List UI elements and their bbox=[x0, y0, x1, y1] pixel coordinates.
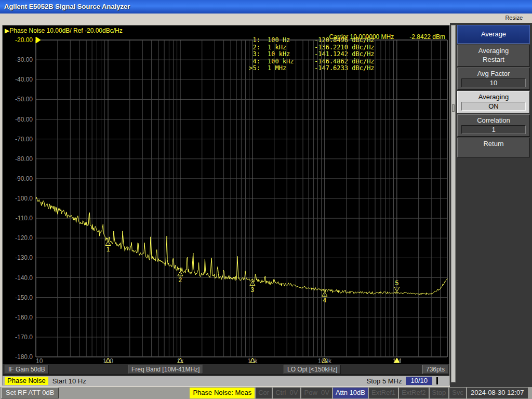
window-title-bar: Agilent E5052B Signal Source Analyzer bbox=[0, 0, 532, 14]
softkey-label: Averaging bbox=[459, 46, 528, 55]
trace-header-label: Phase Noise 10.00dB/ Ref -20.00dBc/Hz bbox=[9, 27, 122, 34]
softkey-scrollbar[interactable] bbox=[451, 25, 456, 382]
softkey-value: 10 bbox=[461, 78, 526, 87]
status-badge: ExtRef1 bbox=[369, 388, 398, 398]
marker-value: -147.6233 dBc/Hz bbox=[314, 65, 375, 72]
softkey-value: ON bbox=[461, 102, 526, 111]
trace-header: ▶Phase Noise 10.00dB/ Ref -20.00dBc/Hz bbox=[5, 27, 123, 34]
marker-frequency: 100 Hz bbox=[260, 37, 314, 44]
x-tick-label: 100 bbox=[98, 357, 118, 365]
carrier-power: -2.8422 dBm bbox=[409, 33, 445, 41]
y-tick-label: -150.0 bbox=[3, 294, 33, 301]
marker-frequency: 100 kHz bbox=[260, 58, 314, 65]
softkey-buttons: AveragingRestartAvg Factor10AveragingONC… bbox=[457, 45, 530, 157]
softkey-sidebar: Average AveragingRestartAvg Factor10Aver… bbox=[450, 23, 532, 387]
status-badge: Ctrl 0V bbox=[273, 388, 300, 398]
marker-value: -120.8496 dBc/Hz bbox=[314, 37, 375, 44]
scrollbar-thumb[interactable] bbox=[452, 104, 455, 112]
y-tick-label: -130.0 bbox=[3, 254, 33, 261]
marker-frequency: 1 MHz bbox=[260, 65, 314, 72]
marker-table-row: >5:1 MHz-147.6233 dBc/Hz bbox=[243, 65, 375, 72]
softkey-label: Correlation bbox=[459, 116, 528, 125]
menu-row: Resize bbox=[0, 14, 532, 23]
marker-table-row: 3:10 kHz-141.1242 dBc/Hz bbox=[243, 51, 375, 58]
clock: 2024-08-30 12:07 bbox=[467, 388, 528, 398]
x-tick-label: 1M bbox=[387, 357, 407, 365]
svg-text:5: 5 bbox=[395, 280, 399, 287]
svg-text:3: 3 bbox=[251, 286, 255, 294]
y-tick-label: -50.00 bbox=[3, 96, 33, 103]
y-tick-label: -180.0 bbox=[3, 353, 33, 361]
trace-select-arrow-icon: ▶ bbox=[5, 27, 9, 34]
taskbar: Set RF ATT 0dB Phase Noise: Meas CorCtrl… bbox=[0, 387, 532, 399]
softkey-label: Return bbox=[459, 139, 528, 148]
status-badge: Attn 10dB bbox=[333, 388, 368, 398]
marker-number: 4: bbox=[243, 58, 260, 65]
marker-number: 1: bbox=[243, 37, 260, 44]
band-panel: IF Gain 50dB bbox=[5, 365, 49, 374]
instrument-screen: ▶Phase Noise 10.00dB/ Ref -20.00dBc/Hz C… bbox=[2, 25, 450, 385]
y-tick-label: -140.0 bbox=[3, 274, 33, 282]
set-rf-att-button[interactable]: Set RF ATT 0dB bbox=[1, 388, 59, 398]
softkey-button[interactable]: Return bbox=[457, 138, 530, 157]
marker-frequency: 10 kHz bbox=[260, 51, 314, 58]
softkey-button[interactable]: AveragingRestart bbox=[457, 45, 530, 66]
y-tick-label: -40.00 bbox=[3, 76, 33, 83]
channel-chip: Phase Noise bbox=[5, 377, 48, 385]
marker-table-row: 1:100 Hz-120.8496 dBc/Hz bbox=[243, 37, 375, 44]
svg-text:2: 2 bbox=[179, 276, 182, 284]
sweep-status-row: Phase Noise Start 10 Hz Stop 5 MHz 10/10 bbox=[3, 376, 449, 386]
marker-table-row: 2:1 kHz-136.2210 dBc/Hz bbox=[243, 44, 375, 51]
x-tick-label: 1k bbox=[170, 357, 191, 365]
svg-text:4: 4 bbox=[323, 297, 327, 304]
softkey-label: Restart bbox=[459, 55, 528, 64]
softkey-button[interactable]: Correlation1 bbox=[457, 114, 530, 137]
softkey-button[interactable]: AveragingON bbox=[457, 91, 530, 113]
phase-noise-plot: 12345 bbox=[3, 25, 450, 386]
marker-table-row: 4:100 kHz-146.4862 dBc/Hz bbox=[243, 58, 375, 65]
marker-number: >5: bbox=[243, 65, 260, 72]
y-tick-label: -100.0 bbox=[3, 195, 33, 202]
marker-value: -141.1242 dBc/Hz bbox=[314, 51, 375, 58]
marker-number: 3: bbox=[243, 51, 260, 58]
band-panel: LO Opt [<150kHz] bbox=[284, 365, 341, 374]
softkey-button[interactable]: Avg Factor10 bbox=[457, 68, 530, 90]
y-ref-label: -20.00 bbox=[3, 36, 33, 44]
softkey-label: Averaging bbox=[459, 92, 528, 101]
marker-value: -136.2210 dBc/Hz bbox=[314, 44, 375, 51]
softkey-label: Avg Factor bbox=[459, 69, 528, 78]
softkey-value: 1 bbox=[461, 125, 526, 134]
y-tick-label: -90.00 bbox=[3, 175, 33, 182]
marker-number: 2: bbox=[243, 44, 260, 51]
status-badge: Svc bbox=[449, 388, 466, 398]
page-indicator: 10/10 bbox=[406, 377, 432, 385]
window-title: Agilent E5052B Signal Source Analyzer bbox=[4, 3, 130, 10]
y-tick-label: -30.00 bbox=[3, 56, 33, 63]
marker-value: -146.4862 dBc/Hz bbox=[314, 58, 375, 65]
x-tick-label: 100k bbox=[314, 357, 335, 365]
softkey-stack: Average AveragingRestartAvg Factor10Aver… bbox=[457, 25, 530, 158]
y-tick-label: -70.00 bbox=[3, 136, 33, 143]
marker-frequency: 1 kHz bbox=[260, 44, 314, 51]
resize-menu-item[interactable]: Resize bbox=[505, 15, 523, 21]
status-badge: Stop bbox=[430, 388, 449, 398]
x-tick-label: 10k bbox=[242, 357, 263, 365]
marker-readout-table: 1:100 Hz-120.8496 dBc/Hz2:1 kHz-136.2210… bbox=[243, 37, 375, 72]
y-tick-label: -60.00 bbox=[3, 116, 33, 123]
y-tick-label: -160.0 bbox=[3, 314, 33, 321]
sweep-start-label: Start 10 Hz bbox=[52, 377, 86, 385]
x-tick-label: 10 bbox=[36, 357, 43, 365]
measurement-status-chip: Phase Noise: Meas bbox=[190, 388, 255, 398]
status-badge: ExtRef2 bbox=[399, 388, 428, 398]
status-badge-strip: CorCtrl 0VPow 0VAttn 10dBExtRef1ExtRef2S… bbox=[256, 388, 466, 398]
status-badge: Pow 0V bbox=[301, 388, 331, 398]
y-tick-label: -110.0 bbox=[3, 215, 33, 222]
softkey-menu-title: Average bbox=[457, 25, 530, 44]
band-panel: Freq Band [10M-41MHz] bbox=[128, 365, 203, 374]
y-tick-label: -80.00 bbox=[3, 155, 33, 163]
status-badge: Cor bbox=[256, 388, 272, 398]
svg-text:1: 1 bbox=[107, 246, 110, 253]
points-count: 736pts bbox=[422, 365, 448, 374]
y-tick-label: -170.0 bbox=[3, 334, 33, 341]
sweep-right-group: Stop 5 MHz 10/10 bbox=[367, 377, 447, 385]
